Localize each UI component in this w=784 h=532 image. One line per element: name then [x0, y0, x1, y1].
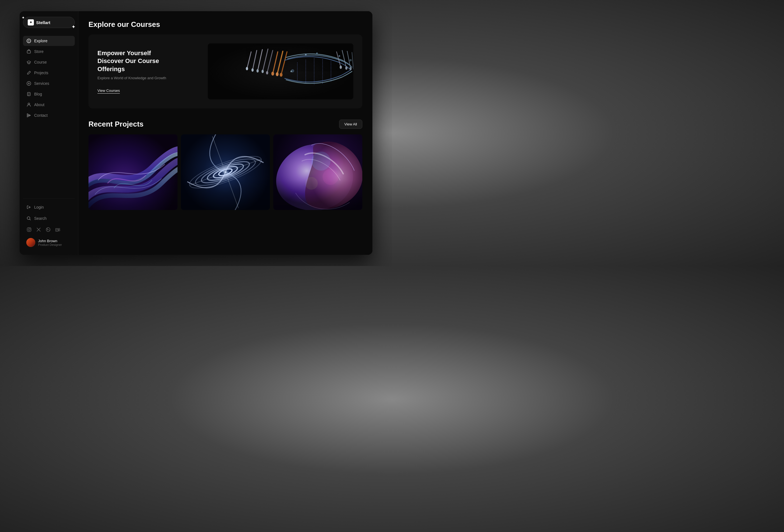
user-info: John Brown Product Designer [38, 239, 62, 246]
project-card-1[interactable] [88, 134, 177, 210]
social-row [23, 225, 75, 235]
user-profile-row[interactable]: John Brown Product Designer [23, 236, 75, 249]
sidebar-item-search-label: Search [34, 216, 47, 221]
svg-point-41 [305, 54, 307, 55]
avatar [26, 238, 35, 247]
projects-section-header: Recent Projects View All [88, 119, 362, 129]
person-icon [26, 102, 31, 107]
svg-point-28 [280, 73, 282, 77]
twitter-icon[interactable] [36, 227, 41, 232]
sidebar-bottom: Login Search [23, 198, 75, 249]
project-3-overlay [273, 134, 362, 210]
sidebar-item-about[interactable]: About [23, 100, 75, 110]
svg-point-14 [246, 67, 248, 70]
svg-point-16 [251, 68, 254, 72]
project-2-overlay [181, 134, 270, 210]
document-icon [26, 91, 31, 96]
sidebar-item-login-label: Login [34, 205, 44, 209]
svg-point-1 [29, 40, 29, 41]
login-icon [26, 205, 31, 210]
view-all-button[interactable]: View All [339, 119, 362, 129]
svg-point-20 [261, 70, 264, 73]
sidebar-item-contact[interactable]: Contact [23, 110, 75, 120]
sidebar-item-blog-label: Blog [34, 92, 42, 96]
search-icon [26, 216, 31, 221]
project-card-2[interactable] [181, 134, 270, 210]
sidebar-item-store-label: Store [34, 49, 44, 54]
sidebar-item-projects-label: Projects [34, 71, 49, 75]
sidebar-item-store[interactable]: Store [23, 47, 75, 57]
svg-point-30 [340, 65, 342, 69]
user-role: Product Designer [38, 243, 62, 246]
hero-visual [208, 44, 353, 100]
sparkle-top-left-icon: ✦ [22, 16, 25, 20]
plus-circle-icon [26, 81, 31, 86]
graduation-icon [26, 60, 31, 65]
app-name: Stellart [36, 20, 50, 25]
svg-point-22 [266, 71, 268, 75]
svg-point-43 [338, 55, 340, 57]
svg-point-11 [58, 230, 60, 231]
hero-subtitle: Explore a World of Knowledge and Growth [97, 76, 170, 80]
svg-point-8 [28, 229, 30, 231]
svg-point-44 [349, 59, 352, 61]
app-window: ✦ ✦ Stellart ✦ Explore [20, 11, 372, 255]
send-icon [26, 113, 31, 118]
sidebar-item-services[interactable]: Services [23, 78, 75, 88]
sidebar-item-login[interactable]: Login [23, 202, 75, 212]
logo-icon: ✦ [28, 19, 34, 26]
dribbble-icon[interactable] [45, 227, 51, 232]
sidebar: ✦ ✦ Stellart ✦ Explore [20, 11, 78, 255]
svg-rect-12 [208, 44, 353, 100]
sidebar-item-course-label: Course [34, 60, 47, 64]
svg-point-46 [290, 71, 292, 72]
svg-point-18 [256, 69, 259, 73]
project-card-3[interactable] [273, 134, 362, 210]
view-courses-button[interactable]: View Courses [97, 88, 120, 93]
svg-point-34 [349, 67, 352, 70]
svg-rect-7 [27, 228, 31, 231]
sidebar-item-course[interactable]: Course [23, 57, 75, 67]
sidebar-item-search[interactable]: Search [23, 213, 75, 223]
sidebar-item-projects[interactable]: Projects [23, 68, 75, 78]
svg-point-9 [30, 228, 30, 229]
project-1-overlay [88, 134, 177, 210]
hero-text: Empower Yourself Discover Our Course Off… [97, 49, 170, 94]
pencil-icon [26, 70, 31, 75]
svg-rect-2 [27, 51, 30, 53]
sidebar-item-contact-label: Contact [34, 113, 48, 118]
bag-icon [26, 49, 31, 54]
svg-point-5 [28, 103, 30, 105]
sparkle-bottom-right-icon: ✦ [72, 24, 76, 30]
svg-point-24 [271, 72, 274, 76]
svg-point-42 [316, 53, 318, 54]
projects-section-title: Recent Projects [88, 120, 144, 129]
courses-section-title: Explore our Courses [88, 20, 362, 29]
logo-button[interactable]: ✦ ✦ Stellart ✦ [23, 17, 75, 28]
svg-point-32 [345, 66, 347, 70]
sidebar-item-explore[interactable]: Explore [23, 36, 75, 46]
sidebar-item-blog[interactable]: Blog [23, 89, 75, 99]
user-name: John Brown [38, 239, 62, 243]
dna-visual-svg [208, 44, 353, 100]
compass-icon [26, 38, 31, 44]
sidebar-item-services-label: Services [34, 81, 49, 86]
behance-icon[interactable] [55, 227, 60, 232]
sidebar-item-about-label: About [34, 103, 45, 107]
instagram-icon[interactable] [26, 227, 32, 232]
hero-title: Empower Yourself Discover Our Course Off… [97, 49, 170, 73]
sidebar-item-explore-label: Explore [34, 39, 47, 43]
svg-point-26 [276, 72, 279, 76]
nav-section: Explore Store Course [23, 36, 75, 198]
main-content: Explore our Courses Empower Yourself Dis… [78, 11, 372, 255]
hero-card: Empower Yourself Discover Our Course Off… [88, 34, 362, 108]
projects-grid [88, 134, 362, 210]
